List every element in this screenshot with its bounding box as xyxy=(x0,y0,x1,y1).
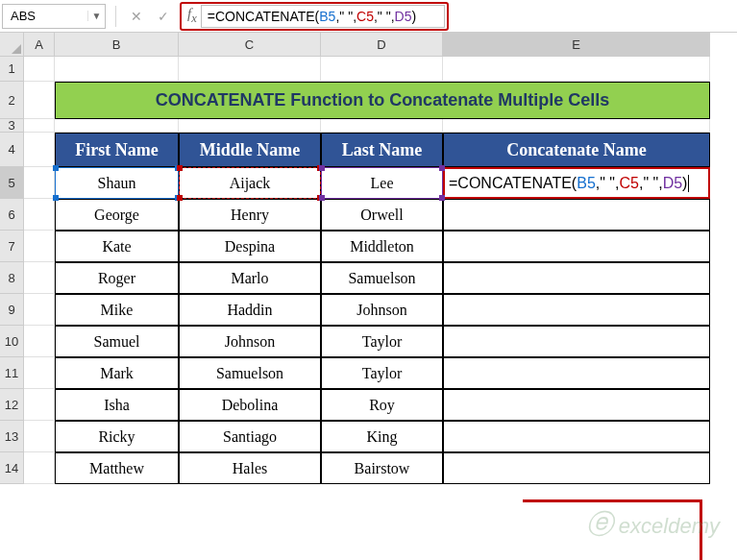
cell[interactable] xyxy=(55,119,179,133)
cell[interactable] xyxy=(443,389,710,421)
cell[interactable] xyxy=(443,421,710,452)
cell[interactable]: Roger xyxy=(55,262,179,294)
select-all-corner[interactable] xyxy=(0,33,24,57)
cell[interactable]: Aijack xyxy=(179,167,321,199)
cell[interactable]: Mike xyxy=(55,294,179,326)
cell[interactable] xyxy=(321,119,443,133)
row-header[interactable]: 4 xyxy=(0,133,24,167)
formula-text: ) xyxy=(411,9,416,24)
cell[interactable]: Mark xyxy=(55,357,179,389)
column-header[interactable]: B xyxy=(55,33,179,57)
cell[interactable] xyxy=(24,199,55,231)
cell[interactable] xyxy=(443,452,710,484)
cell[interactable] xyxy=(24,389,55,421)
formula-text: ," ", xyxy=(639,175,663,192)
cell[interactable]: Samuelson xyxy=(321,262,443,294)
row-header[interactable]: 3 xyxy=(0,119,24,133)
cancel-icon[interactable]: ✕ xyxy=(126,6,147,27)
cell[interactable]: Santiago xyxy=(179,421,321,452)
column-header[interactable]: E xyxy=(443,33,710,57)
cell[interactable]: Samuelson xyxy=(179,357,321,389)
row-header[interactable]: 7 xyxy=(0,231,24,262)
cell[interactable]: Hales xyxy=(179,452,321,484)
column-header[interactable]: C xyxy=(179,33,321,57)
cell[interactable] xyxy=(443,57,710,82)
cell[interactable]: Despina xyxy=(179,231,321,262)
cell[interactable]: Debolina xyxy=(179,389,321,421)
enter-icon[interactable]: ✓ xyxy=(153,6,174,27)
cell[interactable] xyxy=(179,119,321,133)
cell[interactable] xyxy=(443,262,710,294)
cell[interactable]: George xyxy=(55,199,179,231)
cell[interactable]: Taylor xyxy=(321,326,443,357)
cell[interactable]: Johnson xyxy=(179,326,321,357)
row-header[interactable]: 12 xyxy=(0,389,24,421)
row-header[interactable]: 2 xyxy=(0,82,24,119)
cell[interactable]: Samuel xyxy=(55,326,179,357)
formula-ref-b5: B5 xyxy=(577,175,596,192)
cell[interactable] xyxy=(179,57,321,82)
name-box[interactable]: ABS ▼ xyxy=(2,4,106,29)
cell[interactable]: Orwell xyxy=(321,199,443,231)
row-header[interactable]: 6 xyxy=(0,199,24,231)
header-last-name[interactable]: Last Name xyxy=(321,133,443,167)
column-header[interactable]: A xyxy=(24,33,55,57)
row-header[interactable]: 5 xyxy=(0,167,24,199)
cell[interactable] xyxy=(443,326,710,357)
cell[interactable] xyxy=(24,167,55,199)
cell[interactable] xyxy=(443,294,710,326)
name-box-dropdown-icon[interactable]: ▼ xyxy=(87,11,105,21)
watermark: ⓔ exceldemy xyxy=(586,506,720,543)
cell[interactable]: Henry xyxy=(179,199,321,231)
name-box-text[interactable]: ABS xyxy=(3,9,87,23)
cell[interactable]: Matthew xyxy=(55,452,179,484)
cell[interactable] xyxy=(443,357,710,389)
cell[interactable]: Isha xyxy=(55,389,179,421)
cell[interactable] xyxy=(443,231,710,262)
cell[interactable] xyxy=(443,199,710,231)
cell[interactable]: Haddin xyxy=(179,294,321,326)
row-header[interactable]: 14 xyxy=(0,452,24,484)
row-header[interactable]: 8 xyxy=(0,262,24,294)
cell[interactable] xyxy=(24,421,55,452)
cell[interactable]: Johnson xyxy=(321,294,443,326)
column-header[interactable]: D xyxy=(321,33,443,57)
cell[interactable] xyxy=(24,57,55,82)
title-cell[interactable]: CONCATENATE Function to Concatenate Mult… xyxy=(55,82,710,119)
cell[interactable] xyxy=(321,57,443,82)
formula-ref-d5: D5 xyxy=(663,175,682,192)
cell[interactable]: Middleton xyxy=(321,231,443,262)
row-header[interactable]: 1 xyxy=(0,57,24,82)
cell[interactable] xyxy=(24,294,55,326)
cell[interactable]: Taylor xyxy=(321,357,443,389)
cell[interactable] xyxy=(24,133,55,167)
cell[interactable] xyxy=(24,262,55,294)
active-cell-e5[interactable]: =CONCATENATE(B5," ",C5," ",D5) xyxy=(443,167,710,199)
formula-bar-input[interactable]: =CONCATENATE(B5," ",C5," ",D5) xyxy=(201,5,445,28)
cell[interactable]: Ricky xyxy=(55,421,179,452)
header-first-name[interactable]: First Name xyxy=(55,133,179,167)
formula-bar-highlight: fx =CONCATENATE(B5," ",C5," ",D5) xyxy=(180,2,449,31)
cell[interactable] xyxy=(443,119,710,133)
row-header[interactable]: 10 xyxy=(0,326,24,357)
cell[interactable]: Lee xyxy=(321,167,443,199)
cell[interactable]: Roy xyxy=(321,389,443,421)
cell[interactable] xyxy=(55,57,179,82)
cell[interactable]: King xyxy=(321,421,443,452)
cell[interactable]: Marlo xyxy=(179,262,321,294)
row-header[interactable]: 13 xyxy=(0,421,24,452)
cell[interactable] xyxy=(24,231,55,262)
cell[interactable] xyxy=(24,452,55,484)
header-concat-name[interactable]: Concatenate Name xyxy=(443,133,710,167)
cell[interactable] xyxy=(24,82,55,119)
cell[interactable] xyxy=(24,119,55,133)
cell[interactable] xyxy=(24,326,55,357)
cell[interactable]: Kate xyxy=(55,231,179,262)
cell[interactable] xyxy=(24,357,55,389)
header-middle-name[interactable]: Middle Name xyxy=(179,133,321,167)
row-header[interactable]: 9 xyxy=(0,294,24,326)
fx-icon[interactable]: fx xyxy=(187,6,197,26)
cell[interactable]: Bairstow xyxy=(321,452,443,484)
row-header[interactable]: 11 xyxy=(0,357,24,389)
cell[interactable]: Shaun xyxy=(55,167,179,199)
